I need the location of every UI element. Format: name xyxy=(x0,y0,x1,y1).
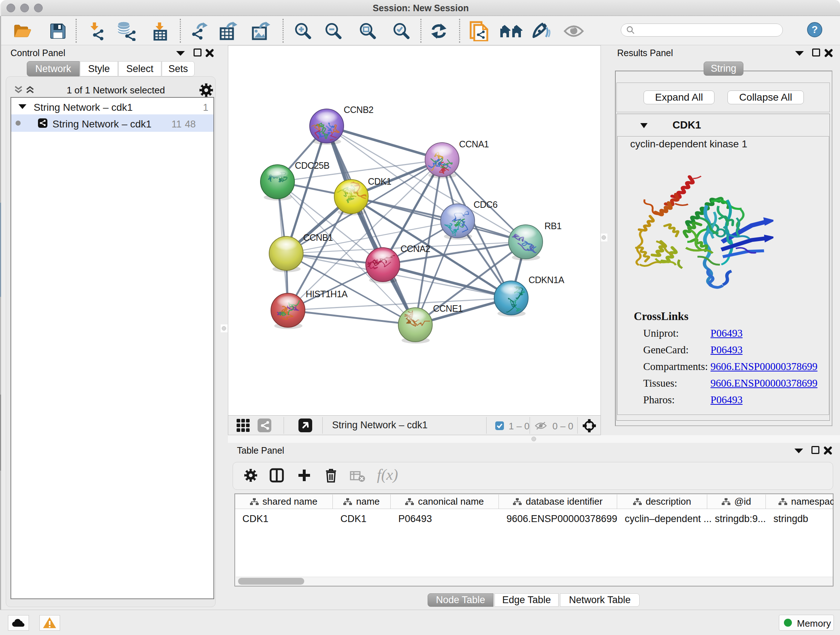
svg-text:CCNB2: CCNB2 xyxy=(344,105,373,115)
svg-text:CDK1: CDK1 xyxy=(368,176,392,187)
svg-text:CCNE1: CCNE1 xyxy=(433,303,463,314)
svg-text:CCNB1: CCNB1 xyxy=(303,233,333,242)
svg-text:CDC6: CDC6 xyxy=(474,200,497,210)
svg-text:HIST1H1A: HIST1H1A xyxy=(306,289,347,299)
svg-text:CDKN1A: CDKN1A xyxy=(529,275,564,285)
svg-text:RB1: RB1 xyxy=(545,221,561,231)
svg-text:CDC25B: CDC25B xyxy=(295,160,330,171)
svg-text:?: ? xyxy=(812,24,818,35)
svg-text:CCNA2: CCNA2 xyxy=(401,244,430,254)
svg-text:CCNA1: CCNA1 xyxy=(459,139,489,149)
